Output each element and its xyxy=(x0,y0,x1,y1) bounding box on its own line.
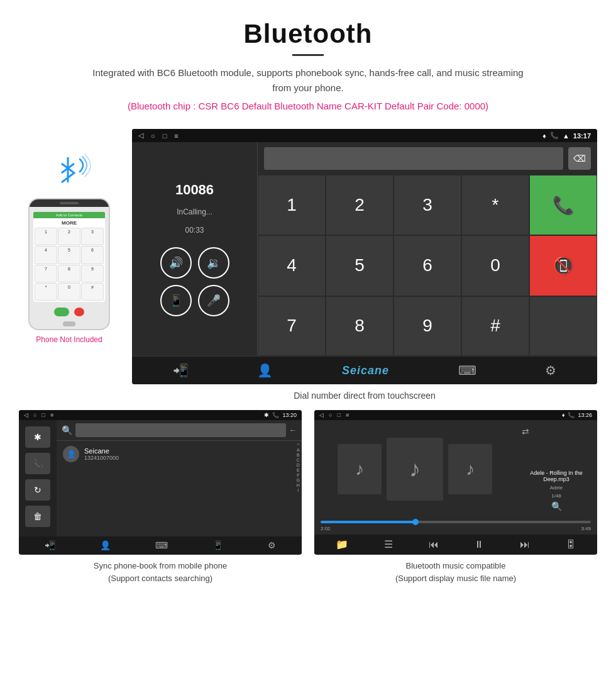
pb-contact-phone: 13241007000 xyxy=(84,455,289,461)
phonebook-caption: Sync phone-book from mobile phone(Suppor… xyxy=(19,555,302,584)
handsfree-button[interactable]: 📱 xyxy=(160,285,192,316)
call-icon: 📞 xyxy=(550,131,559,140)
calls-tab[interactable]: 📲 xyxy=(173,363,189,378)
pb-keypad-icon[interactable]: ⌨ xyxy=(155,540,168,550)
music-status-bar: ◁○□≡ ♦📞 13:26 xyxy=(314,410,597,420)
dial-key-3[interactable]: 3 xyxy=(393,175,461,235)
pb-search-row: 🔍 ← xyxy=(57,420,302,441)
music-icon-left: ♪ xyxy=(355,459,364,479)
answer-button[interactable]: 📞 xyxy=(529,175,597,235)
music-track-num: 1/48 xyxy=(551,493,561,499)
music-track-name: Adele - Rolling In the Deep.mp3 xyxy=(522,470,591,482)
bottom-screenshots: ◁○□≡ ✱ 📞 13:20 ✱ 📞 xyxy=(0,410,616,603)
dial-input[interactable] xyxy=(264,147,563,170)
equalizer-button[interactable]: 🎛 xyxy=(566,539,576,550)
page-title: Bluetooth xyxy=(13,19,603,49)
dial-key-empty xyxy=(529,296,597,356)
volume-down-button[interactable]: 🔉 xyxy=(198,247,229,279)
pb-delete-btn[interactable]: 🗑 xyxy=(25,506,50,527)
call-timer: 00:33 xyxy=(185,226,204,235)
bluetooth-waves-icon xyxy=(47,148,91,192)
wifi-icon: ▲ xyxy=(563,132,569,140)
backspace-button[interactable]: ⌫ xyxy=(568,147,591,170)
pb-back-icon: ← xyxy=(289,426,297,435)
music-search-icon[interactable]: 🔍 xyxy=(551,501,562,511)
pb-letter-index: *ABCD EFGHI xyxy=(295,441,302,536)
location-icon: ♦ xyxy=(542,132,546,140)
dialed-number: 10086 xyxy=(175,182,214,198)
music-wrap: ◁○□≡ ♦📞 13:26 ♪ ♪ ♪ xyxy=(314,410,597,584)
car-bottom-bar: 📲 👤 Seicane ⌨ ⚙ xyxy=(132,356,597,384)
status-right: ♦ 📞 ▲ 13:17 xyxy=(542,131,591,140)
phone-mockup: Add to Contacts MORE 1 2 3 4 5 6 7 8 9 *… xyxy=(28,198,110,330)
pb-sync-btn[interactable]: ↻ xyxy=(25,479,50,501)
dial-key-6[interactable]: 6 xyxy=(393,235,461,296)
music-icon-main: ♪ xyxy=(409,456,421,482)
pb-call-btn[interactable]: 📞 xyxy=(25,453,50,474)
prev-button[interactable]: ⏮ xyxy=(429,539,439,550)
shuffle-icon[interactable]: ⇄ xyxy=(522,426,529,436)
music-progress-dot xyxy=(412,519,419,525)
album-art-left: ♪ xyxy=(338,444,382,494)
folder-button[interactable]: 📁 xyxy=(336,538,348,550)
calls-icon: 📲 xyxy=(173,363,189,378)
mic-icon: 🎤 xyxy=(207,294,221,308)
phonebook-wrap: ◁○□≡ ✱ 📞 13:20 ✱ 📞 xyxy=(19,410,302,584)
dial-key-1[interactable]: 1 xyxy=(258,175,326,235)
music-controls-bar: 📁 ☰ ⏮ ⏸ ⏭ 🎛 xyxy=(314,535,597,554)
music-artwork-area: ♪ ♪ ♪ ⇄ Adele - Rolling In the Deep.mp3 … xyxy=(314,420,597,518)
car-status-bar: ◁ ○ □ ≡ ♦ 📞 ▲ 13:17 xyxy=(132,129,597,142)
music-progress-bar[interactable] xyxy=(321,521,591,523)
pb-time: 13:20 xyxy=(282,412,297,418)
playlist-button[interactable]: ☰ xyxy=(384,538,393,550)
pb-contact-avatar: 👤 xyxy=(63,446,79,462)
dial-key-7[interactable]: 7 xyxy=(258,296,326,356)
dialpad: 1 2 3 * 📞 4 5 6 0 📵 7 xyxy=(258,175,597,356)
bluetooth-icon: ✱ xyxy=(34,432,41,442)
dial-key-2[interactable]: 2 xyxy=(326,175,393,235)
car-content: 10086 InCalling... 00:33 🔊 🔉 📱 xyxy=(132,142,597,356)
pb-status-bar: ◁○□≡ ✱ 📞 13:20 xyxy=(19,410,302,420)
pb-contacts-icon[interactable]: 👤 xyxy=(100,540,111,550)
contacts-tab[interactable]: 👤 xyxy=(257,363,273,378)
pb-bottom-bar: 📲 👤 ⌨ 📱 ⚙ xyxy=(19,536,302,554)
pb-calls-icon[interactable]: 📲 xyxy=(45,540,55,550)
next-button[interactable]: ⏭ xyxy=(520,539,530,550)
page-description: Integrated with BC6 Bluetooth module, su… xyxy=(88,65,528,96)
dial-key-5[interactable]: 5 xyxy=(326,235,393,296)
dial-key-hash[interactable]: # xyxy=(461,296,529,356)
pb-contact-row[interactable]: 👤 Seicane 13241007000 xyxy=(57,441,295,467)
hangup-icon: 📵 xyxy=(553,255,575,276)
handsfree-icon: 📱 xyxy=(169,294,183,308)
pb-contact-name: Seicane xyxy=(84,447,289,455)
menu-icon: ≡ xyxy=(174,132,178,140)
mute-button[interactable]: 🎤 xyxy=(198,285,229,316)
settings-tab[interactable]: ⚙ xyxy=(545,363,556,378)
pb-main-area: 🔍 ← 👤 Seicane 1324 xyxy=(57,420,302,536)
pb-contact-info: Seicane 13241007000 xyxy=(84,447,289,461)
dial-key-4[interactable]: 4 xyxy=(258,235,326,296)
hangup-button[interactable]: 📵 xyxy=(529,235,597,296)
delete-icon: 🗑 xyxy=(33,511,42,521)
main-caption: Dial number direct from touchscreen xyxy=(132,384,597,410)
dial-key-star[interactable]: * xyxy=(461,175,529,235)
input-row: ⌫ xyxy=(258,142,597,175)
play-pause-button[interactable]: ⏸ xyxy=(474,539,484,550)
dial-key-0[interactable]: 0 xyxy=(461,235,529,296)
car-right-panel: ⌫ 1 2 3 * 📞 4 5 6 0 xyxy=(258,142,597,356)
music-time-current: 2:02 xyxy=(321,526,331,531)
dialpad-tab[interactable]: ⌨ xyxy=(458,363,476,378)
music-caption: Bluetooth music compatible(Support displ… xyxy=(314,555,597,584)
settings-icon: ⚙ xyxy=(545,363,556,378)
pb-settings-icon[interactable]: ⚙ xyxy=(268,540,276,550)
dial-key-8[interactable]: 8 xyxy=(326,296,393,356)
album-art-right: ♪ xyxy=(448,444,492,494)
page-header: Bluetooth Integrated with BC6 Bluetooth … xyxy=(0,0,616,129)
pb-bluetooth-btn[interactable]: ✱ xyxy=(25,426,50,448)
volume-up-button[interactable]: 🔊 xyxy=(160,247,192,279)
pb-transfer-icon[interactable]: 📱 xyxy=(212,540,223,550)
backspace-icon: ⌫ xyxy=(573,153,586,164)
dial-key-9[interactable]: 9 xyxy=(393,296,461,356)
phonebook-screen: ◁○□≡ ✱ 📞 13:20 ✱ 📞 xyxy=(19,410,302,555)
pb-search-input[interactable] xyxy=(75,423,286,437)
